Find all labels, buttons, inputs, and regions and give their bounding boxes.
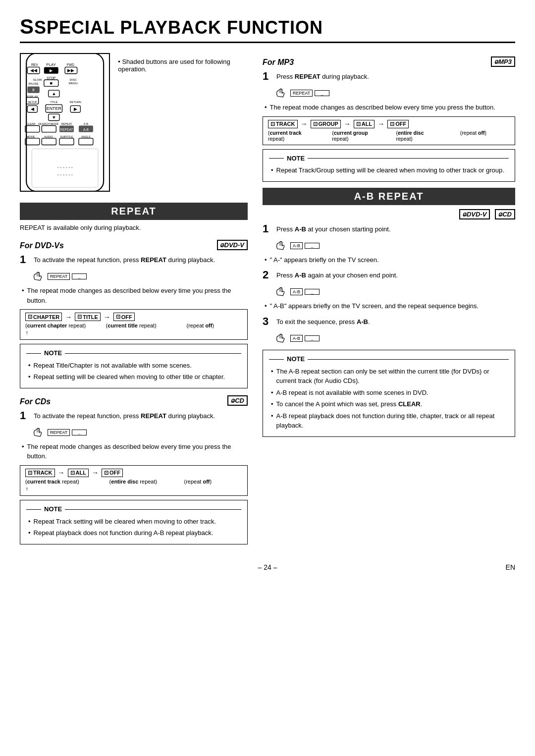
svg-text:ANGLE: ANGLE [81, 135, 91, 138]
dvd-finger-icon: REPEAT _ [32, 271, 87, 282]
cd-mode-diagram: ⊡ TRACK → ⊡ ALL → ⊡ OFF (current track r… [20, 465, 248, 496]
svg-text:ENTER: ENTER [47, 106, 62, 111]
mp3-mode-diagram: ⊡ TRACK → ⊡ GROUP → ⊡ ALL → ⊡ OFF (curre… [263, 116, 515, 145]
cd-badge: ØCD [227, 395, 248, 406]
svg-rect-49 [59, 138, 74, 145]
cd-step1: 1 To activate the repeat function, press… [20, 409, 248, 422]
mp3-bullet1: • The repeat mode changes as described b… [263, 103, 515, 112]
svg-text:TITLE: TITLE [50, 101, 57, 104]
svg-rect-51 [79, 138, 93, 145]
svg-rect-37 [42, 126, 56, 132]
ab-bullet1: • " A-" appears briefly on the TV screen… [263, 255, 515, 265]
dvd-vs-header: For DVD-Vs [20, 241, 64, 250]
ab-dvd-badge: ØDVD-V [459, 209, 490, 219]
cd-step1-text: To activate the repeat function, press R… [34, 409, 215, 421]
mp3-step1: 1 Press REPEAT during playback. [263, 70, 515, 83]
dvd-bullet1: • The repeat mode changes as described b… [20, 286, 248, 305]
mp3-section: For MP3 ØMP3 1 Press REPEAT during playb… [263, 53, 515, 182]
ab-cd-badge: ØCD [495, 209, 515, 219]
dvd-step1-num: 1 [20, 253, 30, 266]
ab-step3-text: To exit the sequence, press A-B. [276, 315, 370, 327]
svg-rect-45 [25, 138, 40, 145]
svg-text:■: ■ [50, 81, 53, 86]
svg-text:AUDIO: AUDIO [44, 135, 53, 138]
ab-step3-num: 3 [263, 315, 272, 328]
ab-step1-num: 1 [263, 222, 272, 235]
svg-text:A-B: A-B [83, 128, 89, 131]
dvd-note-item1: • Repeat Title/Chapter is not available … [26, 361, 241, 371]
ab-step2: 2 Press A-B again at your chosen end poi… [263, 269, 515, 281]
cd-section: For CDs ØCD 1 To activate the repeat fun… [20, 392, 248, 544]
svg-text:◀◀: ◀◀ [30, 68, 37, 73]
ab-button-box1: _ [305, 243, 320, 249]
dvd-repeat-button-box: _ [72, 273, 87, 279]
cd-note-box: NOTE • Repeat Track setting will be clea… [20, 500, 248, 544]
dvd-badge: ØDVD-V [217, 240, 248, 250]
ab-button-label2: A-B [290, 288, 303, 295]
ab-badges: ØDVD-V ØCD [263, 209, 515, 219]
ab-note-item4: • A-B repeat playback does not function … [269, 411, 509, 431]
repeat-available-note: REPEAT is available only during playback… [20, 224, 248, 231]
ab-button-box2: _ [305, 289, 320, 295]
ab-note-item3: • To cancel the A point which was set, p… [269, 399, 509, 409]
svg-text:PLAY: PLAY [47, 62, 56, 67]
svg-text:▼: ▼ [52, 115, 56, 120]
shaded-note: • Shaded buttons are used for following … [118, 58, 248, 73]
svg-text:▶: ▶ [74, 107, 77, 112]
svg-rect-35 [25, 126, 40, 132]
ab-finger-icon2: A-B _ [274, 286, 320, 297]
mp3-step1-num: 1 [263, 70, 272, 83]
svg-text:SLOW: SLOW [33, 78, 42, 81]
dvd-mode-diagram: ⊡ CHAPTER → ⊡ TITLE → ⊡ OFF (current cha… [20, 309, 248, 340]
mp3-repeat-button-box: _ [315, 90, 329, 96]
svg-rect-47 [42, 138, 56, 145]
svg-text:SUBTITLE: SUBTITLE [60, 135, 73, 138]
cd-bullet1: • The repeat mode changes as described b… [20, 442, 248, 461]
svg-text:STOP: STOP [47, 76, 56, 80]
svg-text:▶▶: ▶▶ [67, 68, 74, 73]
ab-button-label3: A-B [290, 335, 303, 342]
svg-text:FWD: FWD [67, 63, 74, 66]
ab-note-title: NOTE [269, 354, 509, 365]
en-label: EN [506, 563, 515, 571]
dvd-note-item2: • Repeat setting will be cleared when mo… [26, 372, 241, 382]
mp3-finger-icon: REPEAT _ [274, 88, 329, 99]
svg-text:REPEAT: REPEAT [60, 128, 73, 131]
dvd-step1: 1 To activate the repeat function, press… [20, 253, 248, 266]
dvd-note-box: NOTE • Repeat Title/Chapter is not avail… [20, 344, 248, 388]
mp3-step1-text: Press REPEAT during playback. [276, 70, 369, 82]
ab-finger-icon3: A-B _ [274, 333, 320, 344]
svg-text:▪ ▪ ▪ ▪ ▪ ▪: ▪ ▪ ▪ ▪ ▪ ▪ [57, 165, 72, 170]
mp3-repeat-button-label: REPEAT [290, 90, 313, 97]
mp3-badge: ØMP3 [491, 56, 515, 67]
ab-note-item1: • The A-B repeat section can only be set… [269, 367, 509, 386]
cd-header: For CDs [20, 397, 51, 406]
ab-finger-icon1: A-B _ [274, 240, 320, 251]
svg-text:▲: ▲ [52, 91, 56, 96]
cd-note-item2: • Repeat playback does not function duri… [26, 528, 241, 538]
cd-repeat-button-label: REPEAT [48, 429, 70, 436]
svg-text:MENU: MENU [69, 81, 78, 85]
ab-button-box3: _ [305, 335, 320, 341]
page-number: – 24 – [258, 563, 277, 571]
dvd-note-title: NOTE [26, 348, 241, 359]
ab-step1: 1 Press A-B at your chosen starting poin… [263, 222, 515, 235]
ab-step2-num: 2 [263, 269, 272, 281]
repeat-header: REPEAT [20, 203, 248, 220]
mp3-header: For MP3 [263, 58, 294, 67]
cd-note-title: NOTE [26, 504, 241, 515]
mp3-note-title: NOTE [269, 154, 509, 164]
page-title: SSPECIAL PLAYBACK FUNCTION [20, 15, 515, 43]
title-rest: SPECIAL PLAYBACK FUNCTION [34, 17, 323, 38]
ab-button-label1: A-B [290, 242, 303, 249]
svg-text:SEARCH MODE: SEARCH MODE [38, 123, 59, 126]
svg-text:PAUSE: PAUSE [28, 82, 38, 85]
svg-text:▪ ▪ ▪ ▪ ▪ ▪: ▪ ▪ ▪ ▪ ▪ ▪ [57, 172, 72, 177]
ab-repeat-header: A-B REPEAT [263, 188, 515, 205]
cd-repeat-button-box: _ [72, 430, 87, 435]
svg-text:▶: ▶ [50, 69, 53, 73]
svg-text:⏸: ⏸ [32, 88, 36, 93]
ab-step2-text: Press A-B again at your chosen end point… [276, 269, 398, 280]
dvd-section: For DVD-Vs ØDVD-V 1 To activate the repe… [20, 236, 248, 388]
ab-note-item2: • A-B repeat is not available with some … [269, 388, 509, 398]
